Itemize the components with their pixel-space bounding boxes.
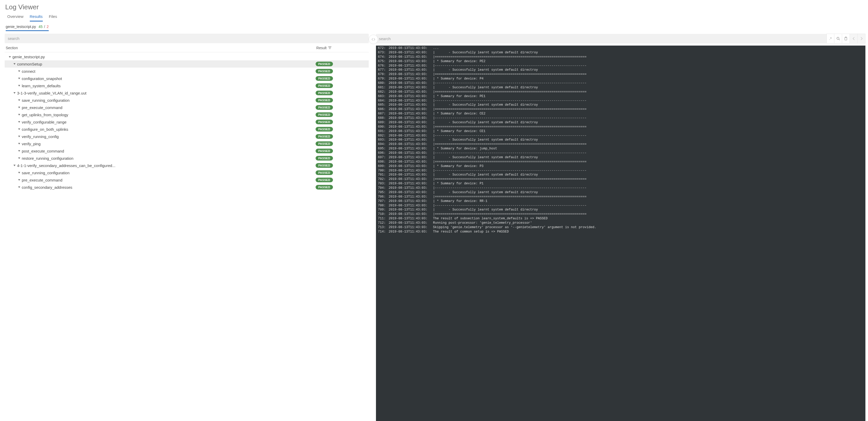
tree-row[interactable]: pre_execute_commandPASSED <box>5 176 369 184</box>
tree-row-label: verify_ping <box>22 142 41 146</box>
log-line: 674: 2019-08-13T11:43:03: |=============… <box>376 55 866 59</box>
search-icon[interactable] <box>834 34 842 43</box>
caret-icon <box>13 92 16 94</box>
section-search-input[interactable] <box>5 34 369 43</box>
log-line: 714: 2019-08-13T11:43:03: The result of … <box>376 230 866 234</box>
tab-results[interactable]: Results <box>30 13 43 22</box>
prev-match-button[interactable] <box>850 34 858 43</box>
status-badge: PASSED <box>316 156 333 161</box>
status-badge: PASSED <box>316 185 333 190</box>
status-badge: PASSED <box>316 127 333 132</box>
caret-icon <box>18 78 20 79</box>
log-line: 689: 2019-08-13T11:43:03: | - Successful… <box>376 120 866 125</box>
status-badge: PASSED <box>316 170 333 175</box>
regex-toggle[interactable]: .* <box>827 34 834 43</box>
tree-row-label: verify_configurable_range <box>22 120 67 124</box>
caret-icon <box>18 70 20 72</box>
tree-row[interactable]: pre_execute_commandPASSED <box>5 104 369 111</box>
clipboard-icon[interactable] <box>842 34 850 43</box>
log-line: 679: 2019-08-13T11:43:03: | * Summary fo… <box>376 77 866 81</box>
log-line: 712: 2019-08-13T11:43:03: Running post-p… <box>376 221 866 225</box>
log-line: 702: 2019-08-13T11:43:03: |=============… <box>376 177 866 182</box>
tree-row[interactable]: commonSetupPASSED <box>5 60 369 68</box>
log-line: 686: 2019-08-13T11:43:03: |=============… <box>376 107 866 111</box>
log-line: 695: 2019-08-13T11:43:03: | * Summary fo… <box>376 147 866 151</box>
caret-icon <box>18 187 20 188</box>
tree-row[interactable]: verify_configurable_rangePASSED <box>5 118 369 126</box>
tab-files[interactable]: Files <box>49 13 57 22</box>
subtab-label: genie_testscript.py <box>6 25 36 29</box>
log-line: 694: 2019-08-13T11:43:03: |=============… <box>376 142 866 147</box>
log-line: 692: 2019-08-13T11:43:03: |-------------… <box>376 134 866 138</box>
tree-row[interactable]: config_secondary_addressesPASSED <box>5 184 369 191</box>
tree-row-label: commonSetup <box>17 62 42 66</box>
tree-row-label: save_running_configuration <box>22 98 69 102</box>
log-line: 677: 2019-08-13T11:43:03: | - Successful… <box>376 68 866 72</box>
tree-row[interactable]: verify_running_configPASSED <box>5 133 369 140</box>
tree-row[interactable]: save_running_configurationPASSED <box>5 169 369 176</box>
log-search-input[interactable] <box>376 34 827 43</box>
fail-count: 2 <box>46 25 49 29</box>
log-line: 707: 2019-08-13T11:43:03: | * Summary fo… <box>376 199 866 203</box>
tree-row[interactable]: 4-1-1-verify_secondary_addresses_can_be_… <box>5 162 369 169</box>
log-line: 690: 2019-08-13T11:43:03: |=============… <box>376 125 866 129</box>
page-title: Log Viewer <box>0 0 868 13</box>
status-badge: PASSED <box>316 149 333 153</box>
caret-icon <box>18 107 20 108</box>
status-badge: PASSED <box>316 84 333 88</box>
log-line: 697: 2019-08-13T11:43:03: | - Successful… <box>376 155 866 160</box>
log-line: 705: 2019-08-13T11:43:03: | - Successful… <box>376 190 866 195</box>
filter-icon[interactable] <box>328 46 331 50</box>
col-section: Section <box>6 46 18 50</box>
tree-row[interactable]: configuration_snapshotPASSED <box>5 75 369 82</box>
tree-row-label: 4-1-1-verify_secondary_addresses_can_be_… <box>17 163 115 168</box>
tree-row-label: restore_running_configuration <box>22 156 73 161</box>
log-output[interactable]: 672: 2019-08-13T11:43:03: ...673: 2019-0… <box>376 45 866 421</box>
tree-row-label: configuration_snapshot <box>22 76 62 81</box>
log-line: 704: 2019-08-13T11:43:03: |-------------… <box>376 186 866 190</box>
tree-row[interactable]: restore_running_configurationPASSED <box>5 155 369 162</box>
subtab-script[interactable]: genie_testscript.py 45 / 2 <box>6 23 49 31</box>
tree-row-label: get_uplinks_from_topology <box>22 112 68 117</box>
log-line: 673: 2019-08-13T11:43:03: | - Successful… <box>376 51 866 55</box>
log-line: 708: 2019-08-13T11:43:03: |-------------… <box>376 203 866 208</box>
tree-row[interactable]: configure_on_both_uplinksPASSED <box>5 126 369 133</box>
tree-row-label: pre_execute_command <box>22 105 62 110</box>
log-line: 699: 2019-08-13T11:43:03: | * Summary fo… <box>376 164 866 168</box>
caret-icon <box>18 128 20 130</box>
count-separator: / <box>44 25 45 29</box>
status-badge: PASSED <box>316 62 333 66</box>
status-badge: PASSED <box>316 120 333 124</box>
tree-row[interactable]: post_execute_commandPASSED <box>5 147 369 155</box>
tree-row[interactable]: get_uplinks_from_topologyPASSED <box>5 111 369 118</box>
status-badge: PASSED <box>316 105 333 110</box>
tree-row[interactable]: save_running_configurationPASSED <box>5 97 369 104</box>
log-line: 706: 2019-08-13T11:43:03: |=============… <box>376 195 866 199</box>
caret-icon <box>18 179 20 181</box>
next-match-button[interactable] <box>858 34 865 43</box>
log-line: 676: 2019-08-13T11:43:03: |-------------… <box>376 64 866 68</box>
tree-row[interactable]: learn_system_defaultsPASSED <box>5 82 369 89</box>
tab-overview[interactable]: Overview <box>7 13 24 22</box>
tree-row-label: save_running_configuration <box>22 171 69 175</box>
svg-rect-2 <box>845 37 847 40</box>
col-result: Result <box>316 46 327 50</box>
caret-icon <box>18 114 20 116</box>
status-badge: PASSED <box>316 141 333 146</box>
caret-icon <box>18 143 20 144</box>
tree-row[interactable]: 3-1-3-verify_usable_VLAN_id_range.uutPAS… <box>5 89 369 97</box>
pane-divider-handle[interactable] <box>369 35 378 44</box>
log-line: 682: 2019-08-13T11:43:03: |=============… <box>376 90 866 94</box>
tree-row[interactable]: genie_testscript.py <box>5 53 369 60</box>
log-line: 711: 2019-08-13T11:43:03: The result of … <box>376 217 866 221</box>
tree-row-label: post_execute_command <box>22 149 64 153</box>
caret-icon <box>18 121 20 123</box>
caret-icon <box>13 63 16 65</box>
tree-row[interactable]: connectPASSED <box>5 68 369 75</box>
section-tree: genie_testscript.pycommonSetupPASSEDconn… <box>5 52 369 421</box>
log-line: 700: 2019-08-13T11:43:03: |-------------… <box>376 168 866 173</box>
status-badge: PASSED <box>316 112 333 117</box>
log-line: 687: 2019-08-13T11:43:03: | * Summary fo… <box>376 111 866 116</box>
tree-row[interactable]: verify_pingPASSED <box>5 140 369 147</box>
status-badge: PASSED <box>316 98 333 102</box>
